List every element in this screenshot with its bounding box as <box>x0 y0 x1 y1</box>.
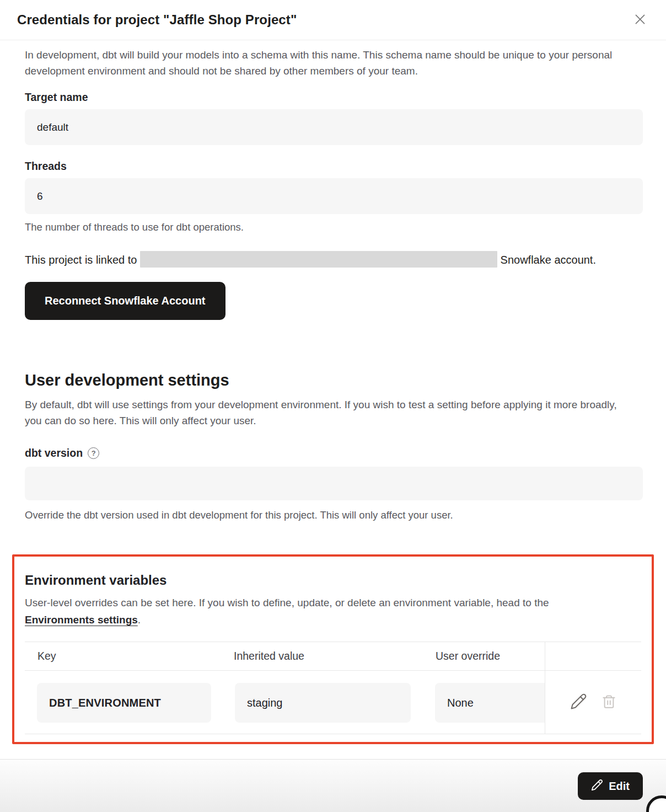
env-var-inherited-value: staging <box>235 683 411 723</box>
credentials-modal: Credentials for project "Jaffle Shop Pro… <box>0 0 666 812</box>
linked-account-prefix: This project is linked to <box>25 254 137 266</box>
user-dev-settings-heading: User development settings <box>25 371 643 389</box>
reconnect-snowflake-label: Reconnect Snowflake Account <box>45 295 206 307</box>
column-header-user-override: User override <box>423 650 545 663</box>
window-corner-artifact <box>646 795 666 812</box>
target-name-input[interactable] <box>25 109 643 145</box>
column-header-inherited-value: Inherited value <box>221 650 423 663</box>
modal-title: Credentials for project "Jaffle Shop Pro… <box>17 12 297 28</box>
env-var-user-override-value: None <box>435 683 545 723</box>
env-desc-period: . <box>138 614 141 626</box>
linked-account-line: This project is linked to Snowflake acco… <box>25 250 609 270</box>
env-vars-table-header: Key Inherited value User override <box>25 642 641 671</box>
close-button[interactable] <box>632 12 648 28</box>
environment-variables-heading: Environment variables <box>25 573 641 588</box>
env-var-key-value: DBT_ENVIRONMENT <box>37 683 211 723</box>
edit-pencil-icon <box>591 779 603 794</box>
modal-body: In development, dbt will build your mode… <box>0 47 666 744</box>
table-row: DBT_ENVIRONMENT staging None <box>25 671 641 734</box>
pencil-icon <box>570 693 587 712</box>
highlight-annotation-box: Environment variables User-level overrid… <box>12 554 654 744</box>
linked-account-suffix: Snowflake account. <box>501 254 596 266</box>
env-desc-text: User-level overrides can be set here. If… <box>25 597 549 608</box>
edit-button[interactable]: Edit <box>578 772 643 800</box>
delete-row-button[interactable] <box>601 694 616 710</box>
dbt-version-input[interactable] <box>25 467 643 500</box>
row-actions <box>545 671 641 734</box>
threads-helper: The number of threads to use for dbt ope… <box>25 221 643 233</box>
modal-footer: Edit <box>0 759 666 812</box>
column-header-actions <box>545 642 641 670</box>
user-dev-settings-description: By default, dbt will use settings from y… <box>25 397 626 429</box>
threads-label: Threads <box>25 160 643 173</box>
modal-header: Credentials for project "Jaffle Shop Pro… <box>0 0 666 40</box>
column-header-key: Key <box>25 650 221 663</box>
dbt-version-label: dbt version <box>25 447 83 460</box>
env-vars-table: Key Inherited value User override DBT_EN… <box>25 642 641 734</box>
dbt-version-label-row: dbt version ? <box>25 447 643 460</box>
schema-description: In development, dbt will build your mode… <box>25 47 643 79</box>
target-name-label: Target name <box>25 91 643 104</box>
help-icon[interactable]: ? <box>88 447 99 459</box>
threads-input[interactable] <box>25 178 643 214</box>
close-icon <box>633 12 647 28</box>
redacted-account-name <box>140 251 497 268</box>
reconnect-snowflake-button[interactable]: Reconnect Snowflake Account <box>25 282 225 320</box>
trash-icon <box>601 694 616 710</box>
dbt-version-helper: Override the dbt version used in dbt dev… <box>25 509 643 521</box>
edit-row-button[interactable] <box>570 693 587 712</box>
environment-variables-description: User-level overrides can be set here. If… <box>25 594 617 628</box>
edit-button-label: Edit <box>609 780 630 793</box>
environments-settings-link[interactable]: Environments settings <box>25 614 138 626</box>
